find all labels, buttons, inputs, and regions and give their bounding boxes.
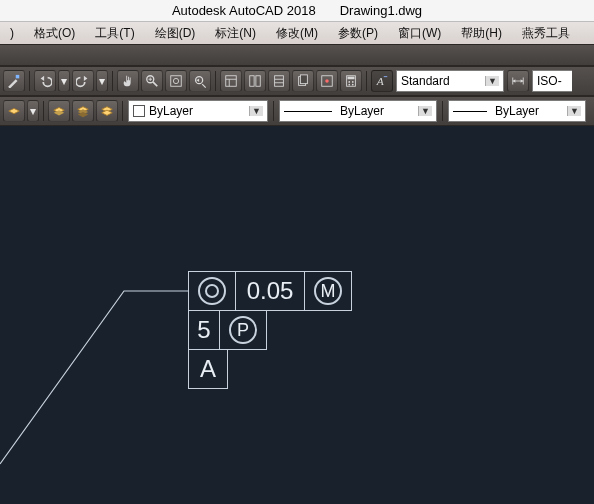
layer-iso-button[interactable] bbox=[72, 100, 94, 122]
chevron-down-icon: ▼ bbox=[249, 106, 263, 116]
layer-state-button[interactable] bbox=[3, 100, 25, 122]
gdt-datum-num-cell: 5 bbox=[188, 310, 220, 350]
svg-rect-5 bbox=[171, 76, 182, 87]
menu-bar: ) 格式(O) 工具(T) 绘图(D) 标注(N) 修改(M) 参数(P) 窗口… bbox=[0, 22, 594, 44]
sheet-set-button[interactable] bbox=[292, 70, 314, 92]
app-name: Autodesk AutoCAD 2018 bbox=[172, 3, 316, 18]
layer-uniso-button[interactable] bbox=[96, 100, 118, 122]
svg-point-25 bbox=[352, 84, 354, 86]
svg-rect-11 bbox=[250, 76, 254, 87]
gdt-tolerance-cell: 0.05 bbox=[235, 271, 305, 311]
color-dropdown[interactable]: ByLayer ▼ bbox=[128, 100, 268, 122]
linetype-dropdown[interactable]: ByLayer ▼ bbox=[279, 100, 437, 122]
menu-yanxiu[interactable]: 燕秀工具 bbox=[514, 23, 578, 44]
title-bar: Autodesk AutoCAD 2018 Drawing1.dwg bbox=[0, 0, 594, 22]
svg-rect-17 bbox=[300, 75, 307, 84]
menu-modify[interactable]: 修改(M) bbox=[268, 23, 326, 44]
text-style-dropdown[interactable]: Standard ▼ bbox=[396, 70, 504, 92]
gdt-row-3: A bbox=[189, 350, 352, 389]
quickcalc-button[interactable] bbox=[340, 70, 362, 92]
dim-style-icon[interactable] bbox=[507, 70, 529, 92]
lineweight-preview-icon bbox=[453, 111, 487, 112]
properties-button[interactable] bbox=[220, 70, 242, 92]
gdt-frame[interactable]: 0.05 M 5 P A bbox=[189, 271, 352, 389]
menu-help[interactable]: 帮助(H) bbox=[453, 23, 510, 44]
svg-point-6 bbox=[173, 78, 178, 83]
gdt-symbol-cell bbox=[188, 271, 236, 311]
chevron-down-icon: ▼ bbox=[418, 106, 432, 116]
svg-line-2 bbox=[153, 82, 157, 86]
menu-window[interactable]: 窗口(W) bbox=[390, 23, 449, 44]
gdt-datum-cell: A bbox=[188, 349, 228, 389]
chevron-down-icon: ▼ bbox=[567, 106, 581, 116]
gdt-row-1: 0.05 M bbox=[189, 271, 352, 311]
zoom-realtime-button[interactable] bbox=[141, 70, 163, 92]
svg-rect-13 bbox=[275, 76, 284, 87]
gdt-modifier-cell: M bbox=[304, 271, 352, 311]
lineweight-dropdown[interactable]: ByLayer ▼ bbox=[448, 100, 586, 122]
svg-rect-0 bbox=[16, 75, 20, 79]
color-swatch-icon bbox=[133, 105, 145, 117]
menu-truncated[interactable]: ) bbox=[2, 24, 22, 42]
concentricity-icon bbox=[198, 277, 226, 305]
dim-style-value: ISO- bbox=[537, 74, 562, 88]
layer-previous-button[interactable] bbox=[48, 100, 70, 122]
design-center-button[interactable] bbox=[244, 70, 266, 92]
svg-rect-8 bbox=[226, 76, 237, 87]
chevron-down-icon: ▼ bbox=[485, 76, 499, 86]
color-value: ByLayer bbox=[149, 104, 193, 118]
redo-button[interactable] bbox=[72, 70, 94, 92]
redo-dropdown[interactable]: ▾ bbox=[96, 70, 108, 92]
menu-tools[interactable]: 工具(T) bbox=[87, 23, 142, 44]
menu-dim[interactable]: 标注(N) bbox=[207, 23, 264, 44]
toolbar-standard: ▾ ▾ A Standard ▼ ISO- bbox=[0, 66, 594, 96]
zoom-previous-button[interactable] bbox=[189, 70, 211, 92]
svg-rect-21 bbox=[348, 77, 355, 80]
svg-rect-12 bbox=[256, 76, 260, 87]
zoom-window-button[interactable] bbox=[165, 70, 187, 92]
gdt-datum-modifier-cell: P bbox=[219, 310, 267, 350]
svg-point-22 bbox=[348, 81, 350, 83]
pan-button[interactable] bbox=[117, 70, 139, 92]
linetype-preview-icon bbox=[284, 111, 332, 112]
toolbar-spacer bbox=[0, 44, 594, 66]
text-style-icon[interactable]: A bbox=[371, 70, 393, 92]
dim-style-dropdown[interactable]: ISO- bbox=[532, 70, 572, 92]
layer-state-dropdown[interactable]: ▾ bbox=[27, 100, 39, 122]
menu-format[interactable]: 格式(O) bbox=[26, 23, 83, 44]
markup-set-button[interactable] bbox=[316, 70, 338, 92]
doc-name: Drawing1.dwg bbox=[340, 3, 422, 18]
gdt-row-2: 5 P bbox=[189, 311, 352, 350]
svg-point-19 bbox=[325, 79, 329, 83]
svg-text:A: A bbox=[376, 75, 384, 87]
menu-param[interactable]: 参数(P) bbox=[330, 23, 386, 44]
linetype-value: ByLayer bbox=[340, 104, 384, 118]
mmc-modifier-icon: M bbox=[314, 277, 342, 305]
toolbar-properties: ▾ ByLayer ▼ ByLayer ▼ ByLayer ▼ bbox=[0, 96, 594, 126]
svg-point-23 bbox=[352, 81, 354, 83]
tool-palettes-button[interactable] bbox=[268, 70, 290, 92]
lineweight-value: ByLayer bbox=[495, 104, 539, 118]
undo-button[interactable] bbox=[34, 70, 56, 92]
projected-modifier-icon: P bbox=[229, 316, 257, 344]
undo-dropdown[interactable]: ▾ bbox=[58, 70, 70, 92]
svg-point-24 bbox=[348, 84, 350, 86]
match-properties-button[interactable] bbox=[3, 70, 25, 92]
text-style-value: Standard bbox=[401, 74, 450, 88]
drawing-canvas[interactable]: 0.05 M 5 P A bbox=[0, 134, 594, 504]
menu-draw[interactable]: 绘图(D) bbox=[147, 23, 204, 44]
